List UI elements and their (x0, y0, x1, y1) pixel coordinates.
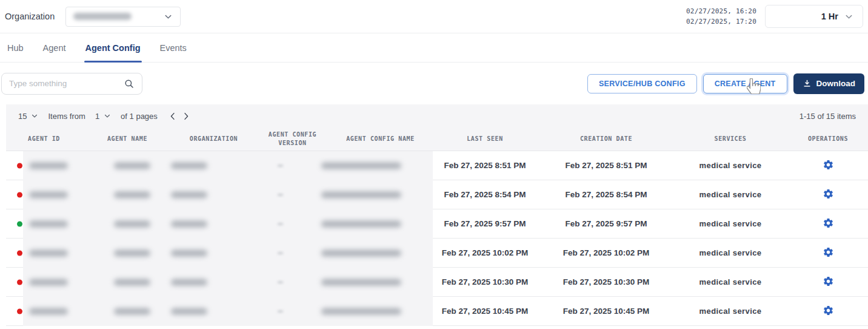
services-cell: medical service (673, 307, 788, 316)
column-header-agent-config-name: AGENT CONFIG NAME (330, 135, 430, 143)
column-header-operations: OPERATIONS (788, 135, 868, 143)
status-dot (17, 163, 22, 168)
previous-page-button[interactable] (170, 112, 175, 120)
creation-date-cell: Feb 27, 2025 8:54 PM (539, 190, 673, 199)
column-header-agent-config-version: AGENT CONFIG VERSION (255, 131, 330, 148)
status-dot (17, 250, 22, 256)
creation-date-cell: Feb 27, 2025 9:57 PM (539, 219, 673, 228)
tab-agent[interactable]: Agent (43, 33, 66, 62)
search-input[interactable] (9, 79, 119, 88)
top-bar: Organization 02/27/2025, 16:20 02/27/202… (0, 0, 868, 33)
tab-bar: Hub Agent Agent Config Events (0, 33, 868, 63)
last-seen-cell: Feb 27, 2025 10:30 PM (430, 277, 539, 287)
column-header-agent-name: AGENT NAME (82, 135, 173, 143)
status-dot (17, 192, 22, 197)
column-header-last-seen: LAST SEEN (430, 135, 539, 143)
tab-agent-config[interactable]: Agent Config (85, 33, 141, 62)
table-row[interactable]: Feb 27, 2025 10:30 PM Feb 27, 2025 10:30… (6, 268, 868, 297)
create-agent-button[interactable]: CREATE AGENT (703, 74, 787, 93)
creation-date-cell: Feb 27, 2025 10:30 PM (539, 277, 673, 287)
creation-date-cell: Feb 27, 2025 10:02 PM (539, 248, 673, 257)
agent-id-cell (6, 297, 82, 325)
redacted-organization-value (73, 13, 132, 20)
chevron-right-icon (184, 112, 189, 120)
operations-button[interactable] (820, 157, 836, 175)
status-dot (17, 221, 22, 226)
chevron-down-icon (844, 12, 853, 21)
table-row[interactable]: Feb 27, 2025 8:54 PM Feb 27, 2025 8:54 P… (6, 180, 868, 209)
items-from-label: Items from (48, 112, 85, 121)
operations-button[interactable] (820, 273, 836, 291)
gear-icon (823, 305, 834, 316)
service-hub-config-button[interactable]: SERVICE/HUB CONFIG (587, 74, 697, 93)
time-range-select[interactable]: 1 Hr (765, 5, 863, 28)
table-header-row: AGENT ID AGENT NAME ORGANIZATION AGENT C… (6, 127, 868, 151)
download-button-label: Download (816, 79, 856, 88)
column-header-services: SERVICES (673, 135, 788, 143)
column-header-organization: ORGANIZATION (173, 135, 255, 143)
agent-id-cell (6, 180, 82, 209)
agent-id-cell (6, 268, 82, 296)
column-header-agent-id: AGENT ID (6, 135, 82, 143)
page-number-select[interactable]: 1 (95, 112, 111, 121)
services-cell: medical service (673, 161, 788, 170)
creation-date-cell: Feb 27, 2025 8:51 PM (539, 161, 673, 170)
gear-icon (823, 246, 834, 258)
search-box (1, 73, 142, 95)
gear-icon (823, 159, 834, 171)
status-dot (17, 279, 22, 285)
services-cell: medical service (673, 190, 788, 199)
download-button[interactable]: Download (793, 73, 865, 94)
last-seen-cell: Feb 27, 2025 9:57 PM (430, 219, 539, 228)
toolbar: SERVICE/HUB CONFIG CREATE AGENT Download (0, 63, 868, 104)
page-number-value: 1 (95, 112, 99, 121)
gear-icon (823, 276, 834, 287)
tab-hub[interactable]: Hub (7, 33, 24, 62)
gear-icon (823, 188, 834, 200)
chevron-down-icon (164, 12, 173, 21)
operations-button[interactable] (820, 215, 836, 233)
table-row[interactable]: Feb 27, 2025 10:02 PM Feb 27, 2025 10:02… (6, 239, 868, 268)
status-dot (17, 308, 22, 314)
organization-select[interactable] (65, 7, 181, 27)
operations-button[interactable] (820, 244, 836, 262)
tab-events[interactable]: Events (160, 33, 187, 62)
agent-config-panel: 15 Items from 1 of 1 pages 1-15 of 15 it… (6, 104, 868, 326)
agent-id-cell (6, 239, 82, 267)
table-body: Feb 27, 2025 8:51 PM Feb 27, 2025 8:51 P… (6, 151, 868, 326)
pagination-bar: 15 Items from 1 of 1 pages 1-15 of 15 it… (6, 104, 868, 127)
gear-icon (823, 217, 834, 229)
services-cell: medical service (673, 277, 788, 287)
last-seen-cell: Feb 27, 2025 8:51 PM (430, 161, 539, 170)
table-row[interactable]: Feb 27, 2025 8:51 PM Feb 27, 2025 8:51 P… (6, 151, 868, 180)
creation-date-cell: Feb 27, 2025 10:45 PM (539, 307, 673, 316)
search-icon[interactable] (124, 78, 135, 89)
next-page-button[interactable] (184, 112, 189, 120)
column-header-creation-date: CREATION DATE (539, 135, 673, 143)
chevron-down-icon (31, 112, 38, 120)
agent-id-cell (6, 151, 82, 180)
time-range-end: 02/27/2025, 17:20 (686, 16, 756, 27)
agent-id-cell (6, 209, 82, 238)
organization-label: Organization (5, 12, 55, 21)
last-seen-cell: Feb 27, 2025 8:54 PM (430, 190, 539, 199)
last-seen-cell: Feb 27, 2025 10:02 PM (430, 248, 539, 257)
download-icon (803, 79, 812, 88)
operations-button[interactable] (820, 302, 836, 321)
time-range-start: 02/27/2025, 16:20 (686, 6, 756, 16)
page-size-select[interactable]: 15 (18, 112, 38, 121)
items-range-summary: 1-15 of 15 items (800, 112, 856, 121)
total-pages-label: of 1 pages (121, 112, 158, 121)
last-seen-cell: Feb 27, 2025 10:45 PM (430, 307, 539, 316)
table-row[interactable]: Feb 27, 2025 10:45 PM Feb 27, 2025 10:45… (6, 297, 868, 326)
time-range-display: 02/27/2025, 16:20 02/27/2025, 17:20 (686, 6, 756, 27)
operations-button[interactable] (820, 186, 836, 204)
services-cell: medical service (673, 248, 788, 257)
time-range-value: 1 Hr (821, 12, 838, 21)
chevron-down-icon (104, 112, 111, 120)
chevron-left-icon (170, 112, 175, 120)
page-size-value: 15 (18, 112, 27, 121)
services-cell: medical service (673, 219, 788, 228)
table-row[interactable]: Feb 27, 2025 9:57 PM Feb 27, 2025 9:57 P… (6, 209, 868, 239)
